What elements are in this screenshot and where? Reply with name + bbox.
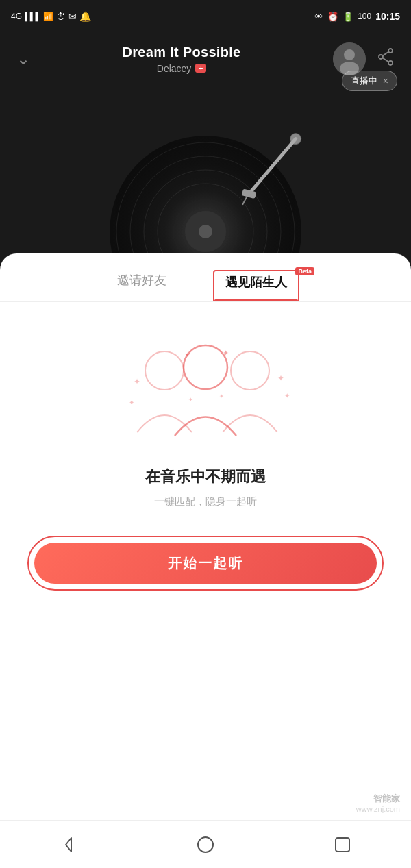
artist-row: Delacey + — [30, 63, 333, 74]
people-illustration: ✦ ✦ ✦ ✦ ✦ ✦ ✦ — [116, 336, 295, 446]
svg-point-5 — [379, 55, 383, 59]
content-area: ✦ ✦ ✦ ✦ ✦ ✦ ✦ — [0, 302, 411, 618]
song-info: Dream It Possible Delacey + — [30, 45, 333, 74]
signal-bars: ▌▌▌ — [25, 12, 40, 21]
svg-text:✦: ✦ — [134, 377, 140, 386]
svg-text:✦: ✦ — [284, 392, 290, 399]
bottom-sheet: 邀请好友 遇见陌生人 Beta ✦ ✦ ✦ — [0, 253, 411, 868]
svg-line-13 — [249, 131, 296, 201]
svg-text:✦: ✦ — [188, 397, 193, 403]
battery-level: 100 — [358, 12, 371, 21]
signal-strength: 4G — [11, 12, 22, 21]
svg-line-15 — [242, 196, 247, 205]
svg-text:✦: ✦ — [129, 399, 134, 406]
svg-line-7 — [383, 58, 389, 62]
tab-stranger[interactable]: 遇见陌生人 Beta — [213, 270, 299, 301]
tab-invite[interactable]: 邀请好友 — [112, 272, 172, 299]
live-close-button[interactable]: × — [383, 75, 388, 86]
status-left: 4G ▌▌▌ 📶 ⏱ ✉ 🔔 — [11, 11, 91, 22]
status-bar: 4G ▌▌▌ 📶 ⏱ ✉ 🔔 👁 ⏰ 🔋 100 10:15 — [0, 0, 411, 33]
song-title: Dream It Possible — [30, 45, 333, 60]
message-icon: ✉ — [68, 11, 77, 22]
svg-text:✦: ✦ — [277, 373, 284, 383]
live-text: 直播中 — [351, 75, 377, 87]
sub-text: 一键匹配，隐身一起听 — [154, 495, 257, 508]
svg-point-1 — [344, 49, 355, 60]
share-button[interactable] — [377, 48, 395, 70]
svg-point-4 — [388, 61, 393, 65]
alarm-icon: ⏰ — [327, 12, 338, 22]
home-button[interactable] — [195, 834, 216, 856]
artist-name: Delacey — [157, 63, 192, 74]
live-badge: 直播中 × — [342, 71, 397, 91]
beta-badge: Beta — [295, 267, 314, 275]
collapse-button[interactable]: ⌄ — [16, 49, 30, 69]
player-area: ⌄ Dream It Possible Delacey + — [0, 33, 411, 286]
svg-point-3 — [388, 49, 393, 53]
svg-point-21 — [231, 351, 269, 390]
notification-icon: 🔔 — [79, 11, 91, 22]
recents-button[interactable] — [332, 834, 353, 856]
start-listening-button[interactable]: 开始一起听 — [34, 543, 377, 584]
main-heading: 在音乐中不期而遇 — [145, 467, 266, 487]
battery-icon: 🔋 — [342, 12, 353, 22]
plus-badge[interactable]: + — [195, 64, 206, 73]
status-right: 👁 ⏰ 🔋 100 10:15 — [314, 11, 400, 22]
time-display: 10:15 — [375, 11, 400, 22]
svg-line-6 — [383, 52, 389, 56]
svg-point-16 — [145, 351, 184, 390]
svg-point-28 — [198, 837, 213, 852]
svg-marker-27 — [66, 838, 71, 852]
wifi-icon: 📶 — [43, 12, 53, 21]
eye-icon: 👁 — [314, 12, 323, 22]
back-button[interactable] — [58, 834, 79, 856]
svg-text:✦: ✦ — [223, 349, 229, 357]
svg-rect-29 — [336, 838, 349, 852]
svg-text:✦: ✦ — [219, 393, 224, 399]
nav-bar — [0, 820, 411, 868]
tabs-row: 邀请好友 遇见陌生人 Beta — [0, 253, 411, 302]
svg-text:✦: ✦ — [185, 351, 190, 358]
watermark: 智能家 www.znj.com — [356, 793, 400, 813]
clock-icon: ⏱ — [56, 11, 66, 22]
cta-button-wrapper: 开始一起听 — [27, 536, 384, 591]
watermark-url: www.znj.com — [356, 805, 400, 813]
watermark-brand: 智能家 — [356, 793, 400, 805]
